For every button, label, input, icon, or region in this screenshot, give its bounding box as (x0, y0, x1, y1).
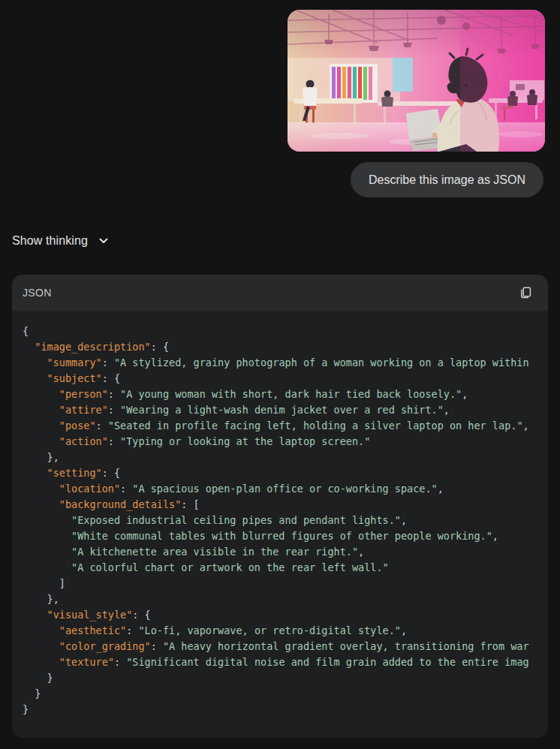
copy-code-button[interactable] (513, 281, 537, 305)
code-block-header: JSON (12, 275, 548, 311)
show-thinking-toggle[interactable]: Show thinking (12, 233, 112, 249)
attachment-image[interactable] (288, 10, 545, 152)
code-language-label: JSON (23, 287, 52, 299)
attachment-artwork (288, 10, 545, 152)
code-content[interactable]: { "image_description": { "summary": "A s… (12, 311, 548, 738)
chevron-down-icon (98, 236, 109, 246)
user-message-text: Describe this image as JSON (369, 173, 525, 187)
chat-thread: Describe this image as JSON Show thinkin… (0, 0, 560, 749)
user-message-bubble: Describe this image as JSON (351, 162, 543, 197)
copy-icon (519, 286, 532, 299)
show-thinking-label: Show thinking (12, 234, 88, 248)
code-block: JSON { "image_description": { "summary":… (12, 275, 548, 738)
